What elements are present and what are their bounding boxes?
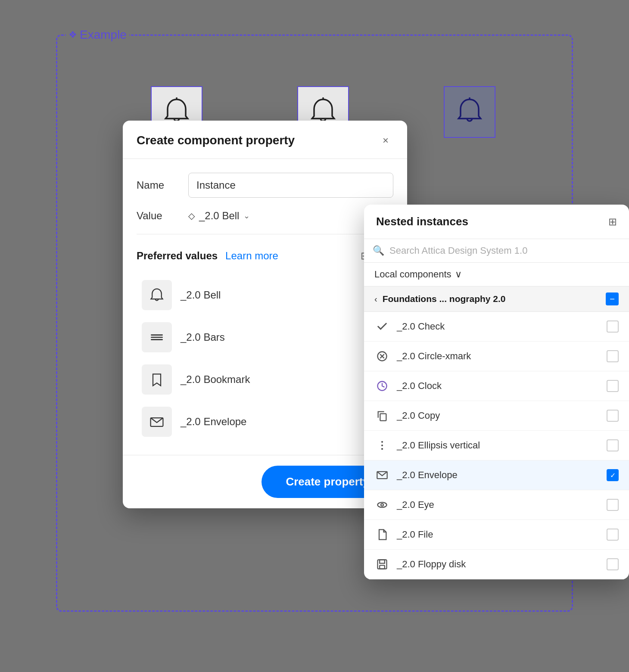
list-item: _2.0 Bars (137, 318, 393, 357)
nested-item-label: _2.0 Eye (397, 499, 600, 510)
ellipsis-vertical-icon (374, 438, 390, 453)
preferred-header: Preferred values Learn more ⊞ + (137, 246, 393, 265)
copy-icon (374, 408, 390, 423)
copy-checkbox[interactable] (607, 410, 619, 422)
chevron-down-icon[interactable]: ⌄ (243, 211, 250, 221)
nested-item: _2.0 File (364, 520, 629, 550)
nested-item-label: _2.0 Check (397, 321, 600, 332)
name-field-row: Name (137, 173, 393, 198)
dialog-title: Create component property (137, 134, 295, 147)
envelope-checkbox[interactable]: ✓ (607, 469, 619, 481)
nested-items-list: _2.0 Check _2.0 Circle-xmark _2.0 Clock (364, 312, 629, 579)
svg-rect-21 (380, 565, 385, 569)
nested-item: _2.0 Eye (364, 490, 629, 520)
floppy-disk-icon (374, 557, 390, 572)
preferred-items-list: _2.0 Bell _2.0 Bars (137, 276, 393, 441)
clock-checkbox[interactable] (607, 380, 619, 392)
close-button[interactable]: × (378, 133, 393, 148)
circle-xmark-checkbox[interactable] (607, 350, 619, 362)
nested-item: _2.0 Ellipsis vertical (364, 431, 629, 460)
value-text: _2.0 Bell (199, 210, 239, 222)
nested-item-label: _2.0 Floppy disk (397, 559, 600, 570)
list-item: _2.0 Bell (137, 276, 393, 314)
example-text: Example (80, 28, 127, 42)
search-placeholder: Search Attica Design System 1.0 (389, 245, 527, 256)
nested-panel-header: Nested instances ⊞ (364, 205, 629, 239)
minus-button[interactable]: − (606, 292, 619, 305)
local-components-label: Local components (374, 269, 452, 280)
svg-point-18 (381, 504, 383, 506)
svg-point-13 (381, 441, 383, 443)
nested-item-label: _2.0 Clock (397, 380, 600, 392)
value-field-row: Value ◇ _2.0 Bell ⌄ (137, 210, 393, 222)
nested-item-label: _2.0 Copy (397, 410, 600, 421)
item-label: _2.0 Bell (181, 289, 221, 301)
nested-panel-title: Nested instances (376, 215, 468, 228)
ellipsis-checkbox[interactable] (607, 439, 619, 451)
diamond-icon: ❖ (69, 29, 77, 40)
file-checkbox[interactable] (607, 529, 619, 541)
preferred-title: Preferred values Learn more (137, 250, 278, 262)
svg-rect-20 (380, 560, 385, 563)
item-label: _2.0 Envelope (181, 416, 246, 428)
item-label: _2.0 Bookmark (181, 373, 250, 386)
file-icon (374, 527, 390, 542)
local-components-chevron: ∨ (455, 269, 462, 280)
svg-point-14 (381, 445, 383, 446)
item-label: _2.0 Bars (181, 331, 225, 343)
example-label: ❖ Example (66, 28, 129, 42)
name-label: Name (137, 179, 180, 191)
name-input[interactable] (188, 173, 393, 198)
nested-instances-panel: Nested instances ⊞ 🔍 Search Attica Desig… (364, 205, 629, 579)
value-selector[interactable]: ◇ _2.0 Bell ⌄ (188, 210, 393, 222)
svg-rect-12 (380, 414, 386, 420)
eye-icon (374, 497, 390, 513)
nested-item: _2.0 Copy (364, 401, 629, 431)
circle-xmark-icon (374, 348, 390, 364)
bars-item-icon (142, 322, 172, 352)
bookmark-item-icon (142, 364, 172, 395)
learn-more-link[interactable]: Learn more (225, 250, 278, 262)
nested-item-label: _2.0 Ellipsis vertical (397, 440, 600, 451)
search-bar[interactable]: 🔍 Search Attica Design System 1.0 (364, 239, 629, 263)
dialog-header: Create component property × (123, 121, 407, 159)
bell-item-icon (142, 280, 172, 310)
nested-item: _2.0 Envelope ✓ (364, 460, 629, 490)
list-item: _2.0 Bookmark (137, 360, 393, 399)
nested-item: _2.0 Check (364, 312, 629, 342)
nested-grid-icon[interactable]: ⊞ (608, 216, 617, 228)
nested-item: _2.0 Clock (364, 371, 629, 401)
local-components-dropdown[interactable]: Local components ∨ (364, 263, 629, 286)
foundations-row: ‹ Foundations ... nography 2.0 − (364, 286, 629, 312)
envelope-nested-icon (374, 467, 390, 483)
svg-point-15 (381, 448, 383, 450)
nested-item-label: _2.0 Circle-xmark (397, 351, 600, 362)
list-item: _2.0 Envelope (137, 402, 393, 441)
preferred-values-section: Preferred values Learn more ⊞ + (137, 234, 393, 441)
floppy-disk-checkbox[interactable] (607, 558, 619, 570)
check-checkbox[interactable] (607, 320, 619, 333)
nested-item: _2.0 Floppy disk (364, 550, 629, 579)
nested-item-label: _2.0 File (397, 529, 600, 540)
nested-item-label: _2.0 Envelope (397, 470, 600, 481)
nested-item: _2.0 Circle-xmark (364, 342, 629, 371)
canvas: ❖ Example (0, 0, 629, 672)
svg-point-17 (378, 502, 387, 507)
bell-icon-3 (444, 86, 495, 138)
search-icon: 🔍 (373, 245, 384, 256)
envelope-item-icon (142, 407, 172, 437)
preferred-label: Preferred values (137, 250, 218, 262)
svg-rect-19 (378, 560, 387, 569)
foundations-label: Foundations ... nography 2.0 (383, 294, 601, 304)
diamond-value-icon: ◇ (188, 211, 195, 221)
value-label: Value (137, 210, 180, 222)
back-arrow-icon[interactable]: ‹ (374, 294, 377, 304)
eye-checkbox[interactable] (607, 499, 619, 511)
check-icon (374, 319, 390, 334)
clock-icon (374, 378, 390, 394)
